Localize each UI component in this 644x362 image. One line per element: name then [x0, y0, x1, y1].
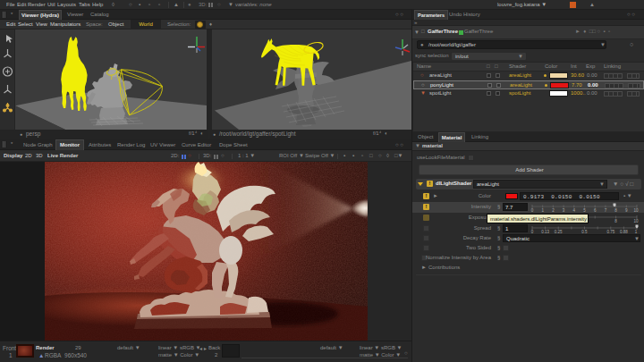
svg-text:0: 0 — [531, 208, 534, 212]
svg-text:7: 7 — [605, 208, 607, 212]
svg-text:8: 8 — [614, 219, 617, 223]
svg-text:4: 4 — [573, 208, 576, 212]
svg-text:5: 5 — [583, 208, 586, 212]
svg-text:3: 3 — [563, 208, 565, 212]
svg-text:10: 10 — [633, 208, 639, 212]
svg-text:1: 1 — [541, 208, 544, 212]
svg-text:6: 6 — [594, 208, 597, 212]
svg-text:9: 9 — [625, 208, 628, 212]
svg-text:8: 8 — [614, 208, 617, 212]
svg-text:2: 2 — [552, 208, 555, 212]
svg-text:10: 10 — [633, 219, 639, 223]
